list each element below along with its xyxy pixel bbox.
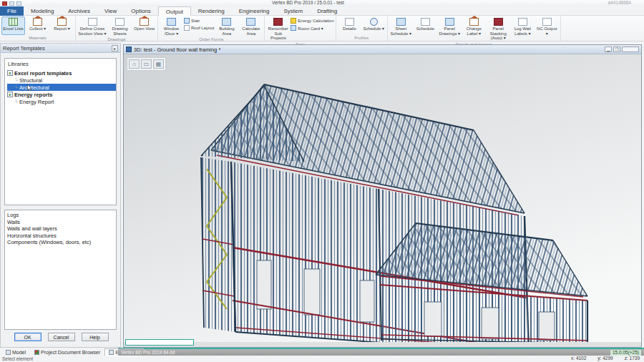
3d-model-canvas[interactable] [124, 54, 641, 342]
tab-project-document-browser[interactable]: Project Document Browser [30, 348, 104, 356]
details-label: Details [343, 26, 356, 31]
template-contents-list: Logs Walls Walls and wall layers Horizon… [4, 210, 117, 330]
tab-view[interactable]: View [97, 6, 124, 16]
collect-icon [33, 18, 42, 26]
tree-item-energy-report[interactable]: Energy Report [7, 98, 116, 105]
status-bar: Vertex BD Pro 2019 64-bit 15.0.05(+25) [118, 349, 644, 356]
details-button[interactable]: Details [338, 16, 361, 35]
log-wall-labels-button[interactable]: Log Wall Labels ▾ [511, 16, 535, 41]
schedule-button[interactable]: Schedule ▾ [362, 16, 386, 35]
grid-view-icon[interactable]: ▦ [153, 59, 164, 69]
open-view-button[interactable]: Open View [132, 16, 156, 36]
schedule2-button[interactable]: Schedule [414, 16, 437, 41]
panel-drawings-button[interactable]: Panel Drawings ▾ [438, 16, 462, 41]
viewport-title: 3D: test - Ground floor wall framing * [134, 47, 220, 53]
energy-calculation-button[interactable]: Energy Calculation [291, 18, 333, 24]
tree-item-architectural[interactable]: Architectural [7, 84, 116, 91]
ribbon-group-materials: Excel Lists Collect ▾ Report ▾ Materials [0, 16, 76, 41]
room-card-label: Room Card ▾ [298, 26, 323, 31]
building-area-label: Building Area [215, 26, 238, 36]
tab-file[interactable]: File [0, 6, 24, 16]
model-icon [6, 350, 11, 355]
building-area-button[interactable]: Building Area [215, 16, 238, 36]
tab-model[interactable]: Model [1, 348, 30, 356]
collect-label: Collect ▾ [29, 26, 46, 31]
tree-item-structural[interactable]: Structural [7, 77, 116, 84]
minimize-icon[interactable]: ▁ [605, 47, 612, 52]
tab-engineering[interactable]: Engineering [232, 6, 277, 16]
panel-stacking-button[interactable]: Panel Stacking (Auto) ▾ [487, 16, 510, 41]
ribbon-group-drawings: Define Cross Section View ▾ Drawing Shee… [76, 16, 158, 41]
tree-item-energy-reports[interactable]: e Energy reports [7, 91, 116, 98]
tab-rendering[interactable]: Rendering [191, 6, 232, 16]
app-status-text: Vertex BD Pro 2019 64-bit [121, 350, 175, 355]
change-label-label: Change Label ▾ [463, 26, 485, 36]
dialog-buttons: OK Cancel Help [1, 333, 122, 341]
nc-output-button[interactable]: NC Output ▾ [535, 16, 559, 41]
tab-modeling[interactable]: Modeling [24, 6, 61, 16]
room-card-button[interactable]: Room Card ▾ [291, 25, 333, 31]
change-label-button[interactable]: Change Label ▾ [462, 16, 486, 41]
cancel-button[interactable]: Cancel [48, 333, 75, 341]
tab-output[interactable]: Output [158, 6, 191, 16]
renumber-sub-projects-button[interactable]: Renumber Sub Projects [266, 16, 290, 41]
libraries-label: Libraries [8, 61, 116, 67]
schedule2-icon [421, 18, 430, 26]
sheet-schedule-button[interactable]: Sheet Schedule ▾ [389, 16, 413, 41]
wall-opening [539, 312, 555, 341]
window-door-button[interactable]: Window /Door ▾ [160, 16, 183, 36]
home-view-icon[interactable]: ⌂ [129, 59, 140, 69]
stair-button[interactable]: Stair [184, 18, 214, 24]
title-bar: Vertex BD Pro 2019 / 25.0.01 - test a441… [0, 0, 644, 6]
ribbon-tab-row: File Modeling Archives View Options Outp… [0, 6, 644, 16]
tab-archives[interactable]: Archives [61, 6, 97, 16]
tab-options[interactable]: Options [124, 6, 158, 16]
restore-icon[interactable]: ❐ [613, 47, 620, 52]
zoom-box[interactable] [622, 47, 639, 52]
stair-label: Stair [191, 19, 200, 23]
viewport-window-controls: ▁ ❐ [605, 47, 639, 52]
collect-button[interactable]: Collect ▾ [26, 16, 49, 35]
window-title: Vertex BD Pro 2019 / 25.0.01 - test [272, 0, 344, 5]
panel-close-icon[interactable]: ▸ [112, 45, 118, 52]
view-icon [126, 47, 132, 52]
panel-drawings-icon [445, 18, 454, 26]
prompt-text: Select element [2, 356, 33, 361]
project-document-browser-icon [34, 350, 39, 355]
ribbon: Excel Lists Collect ▾ Report ▾ Materials… [0, 16, 644, 41]
coordinate-readout: x: 4102 y: 4299 z: 1739 [571, 356, 640, 361]
report-templates-panel: Report Templates ▸ Libraries x Excel rep… [0, 43, 121, 348]
sheet-schedule-label: Sheet Schedule ▾ [390, 26, 412, 36]
calculate-area-label: Calculate Area [240, 26, 262, 36]
tree-item-excel-report-templates[interactable]: x Excel report templates [7, 69, 116, 77]
ok-button[interactable]: OK [14, 333, 42, 341]
save-icon[interactable] [9, 1, 14, 6]
folder-icon: e [7, 92, 13, 97]
roof-layout-button[interactable]: Roof Layout [184, 25, 214, 31]
tab-drafting[interactable]: Drafting [310, 6, 344, 16]
window-door-icon [167, 18, 176, 26]
folder-icon: x [7, 70, 13, 76]
wall-opening [304, 269, 320, 315]
panel-header: Report Templates ▸ [1, 44, 120, 53]
report-button[interactable]: Report ▾ [50, 16, 74, 35]
mouse-cursor-icon [27, 84, 32, 91]
templates-tree: Libraries x Excel report templates Struc… [4, 58, 117, 205]
energy-calculation-label: Energy Calculation [298, 19, 333, 23]
details-icon [345, 18, 354, 26]
define-cross-section-view-button[interactable]: Define Cross Section View ▾ [77, 16, 107, 36]
undo-icon[interactable] [16, 1, 21, 6]
sheet-schedule-icon [396, 18, 406, 26]
pan-view-icon[interactable]: ▭ [141, 59, 152, 69]
tab-system[interactable]: System [276, 6, 310, 16]
renumber-icon [273, 18, 283, 26]
help-button[interactable]: Help [82, 333, 109, 341]
viewport-footer-field[interactable] [125, 339, 194, 346]
list-item: Components (Windows, doors, etc) [7, 239, 114, 246]
viewport-title-bar[interactable]: 3D: test - Ground floor wall framing * ▁… [124, 45, 641, 54]
quick-access-toolbar [2, 1, 21, 6]
excel-lists-button[interactable]: Excel Lists [1, 16, 25, 35]
log-wall-labels-label: Log Wall Labels ▾ [512, 26, 534, 36]
calculate-area-button[interactable]: Calculate Area [239, 16, 263, 36]
drawing-sheets-button[interactable]: Drawing Sheets [108, 16, 132, 36]
